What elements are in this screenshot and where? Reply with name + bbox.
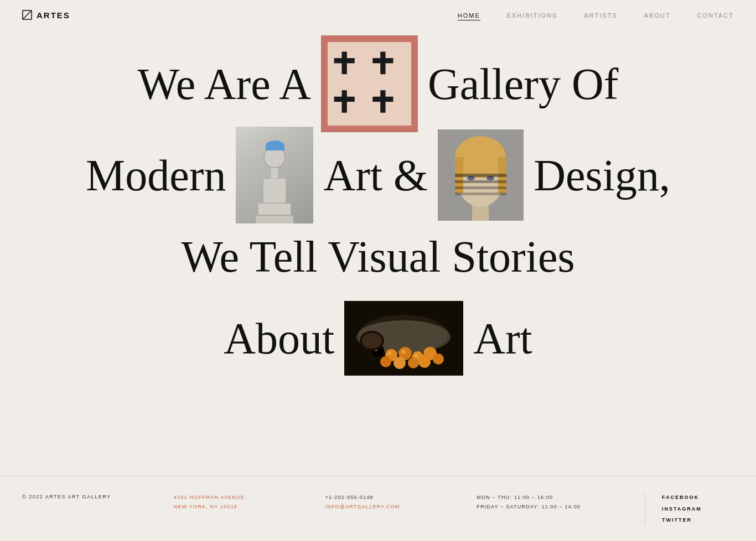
svg-point-33 — [380, 356, 391, 367]
footer-social-facebook[interactable]: FACEBOOK — [662, 493, 734, 502]
face-container — [438, 129, 524, 221]
face-svg — [438, 129, 524, 221]
svg-rect-10 — [372, 97, 393, 102]
artwork-image-2[interactable] — [236, 127, 313, 223]
crosses-svg — [328, 42, 411, 126]
hero-row-3: We Tell Visual Stories — [46, 235, 710, 279]
artwork-image-3[interactable] — [438, 129, 524, 221]
main-content: We Are A — [0, 30, 756, 476]
hero-word-art: Art — [463, 316, 542, 361]
footer-social-col: FACEBOOK INSTAGRAM TWITTER — [662, 493, 734, 524]
hero-word-design: Design, — [524, 153, 680, 197]
logo-text: ARTES — [37, 11, 70, 20]
nav-item-artists[interactable]: ARTISTS — [584, 12, 617, 19]
svg-point-39 — [388, 352, 391, 355]
svg-rect-20 — [455, 174, 506, 177]
hero-row-4: About — [46, 301, 710, 376]
footer-social-instagram[interactable]: INSTAGRAM — [662, 504, 734, 513]
footer: © 2022 ARTES ART GALLERY 4331 HOFFMAN AV… — [0, 476, 756, 541]
footer-copyright-text: © 2022 ARTES ART GALLERY — [22, 493, 174, 501]
svg-rect-4 — [334, 58, 355, 63]
hero-word-we-are-a: We Are A — [128, 62, 321, 106]
svg-rect-6 — [372, 58, 393, 63]
nav-item-home[interactable]: HOME — [458, 12, 480, 20]
footer-social-twitter[interactable]: TWITTER — [662, 516, 734, 524]
hero-word-modern: Modern — [76, 153, 236, 197]
hero-word-gallery-of: Gallery Of — [418, 62, 628, 106]
svg-point-35 — [408, 357, 419, 368]
main-nav: ARTES HOME EXHIBITIONS ARTISTS ABOUT CON… — [0, 0, 756, 30]
svg-rect-22 — [455, 186, 506, 189]
statue-shape — [255, 146, 294, 223]
hero-row-2: Modern Art & — [46, 127, 710, 223]
artwork-image-4[interactable] — [344, 301, 463, 376]
oranges-svg — [344, 301, 463, 376]
nav-item-exhibitions[interactable]: EXHIBITIONS — [507, 12, 558, 19]
footer-hours-col: MON – THU: 11:00 – 16:00 FRIDAY – SATURD… — [477, 493, 628, 511]
svg-point-41 — [415, 354, 418, 357]
hero-row-1: We Are A — [46, 35, 710, 132]
svg-rect-8 — [334, 97, 355, 102]
svg-point-34 — [393, 357, 406, 369]
footer-email-link[interactable]: INFO@ARTGALLERY.COM — [325, 504, 400, 509]
footer-phone: +1-202-555-0148 INFO@ARTGALLERY.COM — [325, 493, 477, 511]
footer-copyright-col: © 2022 ARTES ART GALLERY — [22, 493, 174, 501]
footer-address-line1: 4331 HOFFMAN AVENUE, — [174, 495, 247, 500]
nav-links: HOME EXHIBITIONS ARTISTS ABOUT CONTACT — [458, 10, 734, 20]
nav-item-about[interactable]: ABOUT — [644, 12, 671, 19]
svg-rect-2 — [328, 42, 411, 126]
svg-point-40 — [401, 350, 406, 354]
hero-word-we-tell: We Tell Visual Stories — [171, 235, 584, 279]
svg-point-36 — [418, 356, 431, 368]
footer-divider — [645, 493, 645, 524]
artwork-image-1[interactable] — [321, 35, 418, 132]
footer-hours-text: MON – THU: 11:00 – 16:00 FRIDAY – SATURD… — [477, 493, 628, 511]
footer-contact-col: +1-202-555-0148 INFO@ARTGALLERY.COM — [325, 493, 477, 511]
logo-icon — [22, 10, 32, 20]
hero-word-about: About — [214, 316, 344, 361]
svg-point-37 — [433, 353, 444, 365]
svg-rect-23 — [455, 193, 506, 195]
footer-address-col: 4331 HOFFMAN AVENUE, NEW YORK, NY 10016 — [174, 493, 325, 511]
svg-rect-21 — [455, 180, 506, 183]
svg-line-1 — [23, 11, 32, 19]
hero-word-art-and: Art & — [313, 153, 438, 197]
footer-address-line2: NEW YORK, NY 10016 — [174, 504, 237, 509]
logo[interactable]: ARTES — [22, 10, 70, 20]
svg-point-43 — [362, 333, 382, 348]
nav-item-contact[interactable]: CONTACT — [697, 12, 734, 19]
footer-address-text: 4331 HOFFMAN AVENUE, NEW YORK, NY 10016 — [174, 493, 325, 511]
